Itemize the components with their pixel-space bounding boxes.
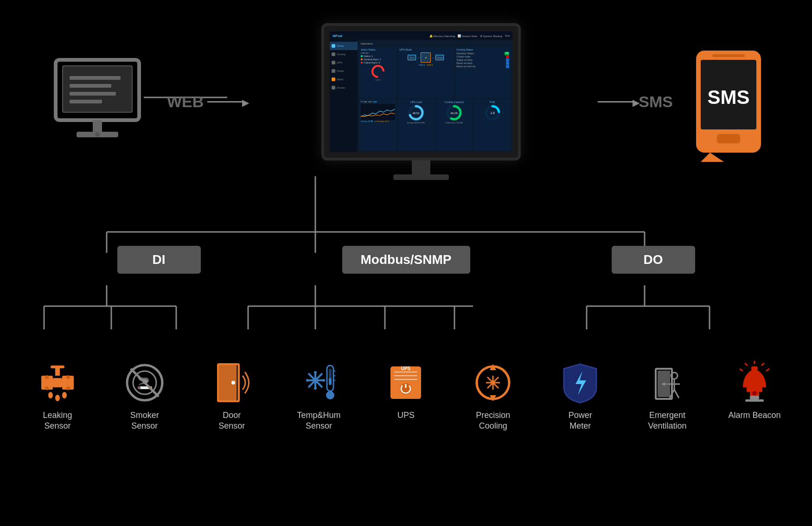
mini-alarm-card: Alarm Status Live List Notice: 1 General… [359, 47, 396, 98]
precision-cooling-icon [472, 362, 514, 404]
svg-point-54 [55, 395, 60, 401]
emergent-ventilation-icon [646, 362, 688, 404]
monitor-screen: NPod 🔔 Memory Alarming 📊 History Data ⚙ … [330, 32, 512, 152]
mini-sidebar-alarm: Alarm [330, 75, 358, 83]
svg-rect-76 [329, 378, 332, 385]
power-meter-label: PowerMeter [569, 410, 592, 432]
mini-sidebar-ups: UPS [330, 58, 358, 67]
device-ups: UPS UPS [376, 362, 436, 421]
door-sensor-icon [211, 362, 253, 404]
svg-point-52 [66, 386, 70, 390]
svg-rect-27 [70, 100, 102, 103]
temp-hum-sensor-label: Temp&HumSensor [297, 410, 341, 432]
svg-text:SMS: SMS [707, 86, 749, 108]
mini-sidebar-home: Home [330, 42, 358, 50]
device-door-sensor: DoorSensor [202, 362, 262, 432]
device-temp-hum-sensor: Temp&HumSensor [289, 362, 349, 432]
web-line: ▶ [207, 101, 244, 103]
svg-text:48.52: 48.52 [413, 112, 420, 115]
mini-nav: 🔔 Memory Alarming 📊 History Data ⚙ Syste… [429, 34, 510, 38]
svg-rect-23 [63, 66, 132, 112]
monitor-stand-neck [412, 160, 430, 174]
leaking-sensor-label: LeakingSensor [43, 410, 72, 432]
mini-sidebar: Home Cooling UPS [330, 40, 358, 152]
svg-line-110 [766, 369, 769, 371]
web-section: WEB ▶ [37, 51, 244, 153]
mini-content: Applications Alarm Status Live List Noti… [358, 40, 512, 152]
middle-row: DI Modbus/SNMP DO [0, 246, 812, 274]
mini-logo: NPod [332, 34, 342, 38]
mini-sidebar-access: Access [330, 83, 358, 92]
svg-point-50 [45, 386, 49, 390]
svg-line-108 [761, 363, 764, 366]
svg-point-71 [322, 379, 325, 382]
power-meter-icon [559, 362, 601, 404]
smoker-sensor-icon: 🚬 [124, 362, 166, 404]
mini-cooling-card: Cooling Status Operators StatusON Contro… [455, 47, 511, 98]
svg-line-109 [745, 363, 748, 366]
device-alarm-beacon: Alarm Beacon [724, 362, 785, 421]
mini-dashboard: NPod 🔔 Memory Alarming 📊 History Data ⚙ … [330, 32, 512, 152]
alarm-beacon-icon [734, 362, 775, 404]
svg-point-30 [95, 132, 100, 137]
computer-icon [37, 51, 158, 153]
svg-rect-57 [51, 366, 64, 368]
svg-rect-106 [751, 366, 758, 370]
svg-point-65 [231, 381, 235, 385]
device-leaking-sensor: LeakingSensor [27, 362, 88, 432]
svg-rect-25 [70, 84, 111, 88]
sms-line: ▶ [598, 101, 635, 103]
svg-rect-47 [53, 378, 62, 387]
web-label: WEB [167, 93, 204, 111]
mini-sidebar-cooling: Cooling [330, 50, 358, 58]
mini-ups-load-card: UPS Load 48.52 Energy: 3456.50 kWh [398, 99, 435, 150]
ups-icon: UPS [385, 362, 427, 404]
door-sensor-label: DoorSensor [218, 410, 245, 432]
emergent-ventilation-label: EmergentVentilation [648, 410, 687, 432]
svg-point-112 [752, 391, 757, 396]
svg-line-111 [740, 369, 743, 371]
mini-pue-card: PUE 1.6 [474, 99, 511, 150]
monitor-outer: NPod 🔔 Memory Alarming 📊 History Data ⚙ … [321, 23, 521, 160]
sms-phone-icon: SMS [682, 46, 775, 157]
web-arrow: WEB ▶ [167, 93, 244, 111]
ups-label: UPS [397, 410, 415, 421]
svg-point-93 [491, 380, 495, 385]
svg-rect-28 [93, 120, 102, 132]
svg-rect-114 [745, 399, 764, 402]
mini-sidebar-power: Power [330, 67, 358, 75]
svg-rect-43 [712, 54, 745, 57]
svg-text:69.28: 69.28 [451, 112, 458, 115]
smoker-sensor-label: SmokerSensor [130, 410, 159, 432]
svg-point-77 [326, 391, 334, 399]
svg-rect-26 [70, 92, 116, 96]
device-precision-cooling: Precision Cooling [463, 362, 523, 432]
di-box: DI [117, 246, 201, 274]
top-row: WEB ▶ NPod 🔔 Memory Alarming [0, 23, 812, 180]
central-monitor: NPod 🔔 Memory Alarming 📊 History Data ⚙ … [321, 23, 521, 180]
svg-rect-24 [70, 76, 121, 80]
do-box: DO [612, 246, 695, 274]
sms-arrow: ▶ SMS [598, 93, 673, 111]
svg-point-70 [306, 379, 309, 382]
svg-point-72 [314, 371, 317, 374]
precision-cooling-label: Precision Cooling [463, 410, 523, 432]
svg-rect-44 [717, 134, 740, 143]
svg-marker-45 [701, 153, 724, 162]
leaking-sensor-icon [37, 362, 78, 404]
svg-point-49 [45, 375, 49, 379]
svg-line-101 [674, 390, 679, 398]
monitor-stand-base [393, 174, 449, 180]
bottom-row: LeakingSensor 🚬 SmokerSensor [0, 362, 812, 432]
device-emergent-ventilation: EmergentVentilation [637, 362, 697, 432]
device-power-meter: PowerMeter [550, 362, 610, 432]
temp-hum-sensor-icon [298, 362, 340, 404]
system-diagram: WEB ▶ NPod 🔔 Memory Alarming [0, 0, 812, 526]
svg-point-73 [314, 387, 317, 390]
svg-text:1.6: 1.6 [490, 111, 495, 115]
svg-point-53 [48, 392, 53, 398]
svg-point-55 [62, 392, 67, 398]
svg-point-51 [66, 375, 70, 379]
svg-text:UPS: UPS [401, 366, 411, 371]
mini-ups-card: UPS Mode Input → ⚡ → Output [398, 47, 454, 98]
